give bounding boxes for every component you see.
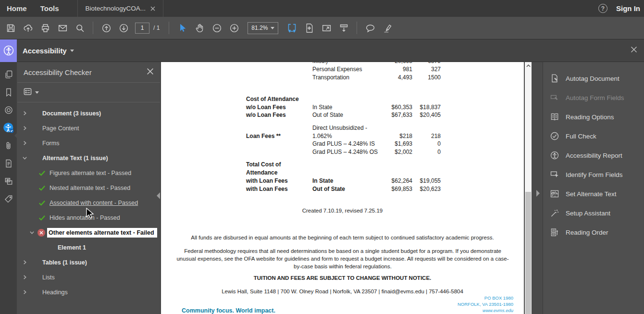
federal-methodology-paragraph: Federal methodology requires that all ne… <box>174 247 511 270</box>
save-icon[interactable] <box>2 20 19 36</box>
zoom-out-icon[interactable] <box>208 20 225 36</box>
table-row: Grad PLUS – 4.248% OS $2,002 0 <box>161 148 524 156</box>
tags-icon[interactable] <box>2 192 15 206</box>
evms-address-block: PO BOX 1980 NORFOLK, VA 23501-1980 www.e… <box>458 295 513 314</box>
tab-close-icon[interactable] <box>150 4 155 13</box>
zoom-level-value: 81.2% <box>251 25 268 31</box>
tree-item-document[interactable]: Document (3 issues) <box>17 106 161 121</box>
chevron-down-icon[interactable] <box>35 91 39 94</box>
main-area: Accessibility Checker Document (3 issues… <box>0 62 644 314</box>
mouse-cursor <box>86 208 94 219</box>
pdf-page[interactable]: Misc.) 20,698 6879 Personal Expenses 981… <box>161 62 524 314</box>
page-number-input[interactable]: 1 <box>135 23 149 34</box>
tools-tab[interactable]: Tools <box>34 4 66 13</box>
tree-item-alternate-text[interactable]: Alternate Text (1 issue) <box>17 151 161 165</box>
fit-width-icon[interactable] <box>283 20 300 36</box>
navigation-pane-strip <box>0 62 17 314</box>
scrolling-mode-icon[interactable] <box>335 20 352 36</box>
chevron-right-icon[interactable] <box>22 126 27 131</box>
chevron-right-icon[interactable] <box>22 289 27 295</box>
chevron-right-icon[interactable] <box>22 275 27 280</box>
autotag-form-fields-button: Autotag Form Fields <box>543 88 644 107</box>
tree-item-page-content[interactable]: Page Content <box>17 121 161 136</box>
accessibility-bar-close-icon[interactable] <box>631 46 637 55</box>
select-cursor-icon[interactable] <box>173 20 191 36</box>
website-line: www.evms.edu <box>458 307 513 314</box>
scroll-up-icon[interactable] <box>525 62 532 69</box>
order-icon[interactable] <box>2 175 15 188</box>
hand-tool-icon[interactable] <box>191 20 208 36</box>
home-tab[interactable]: Home <box>0 4 34 13</box>
chevron-down-icon <box>271 27 274 29</box>
identify-form-fields-button[interactable]: Identify Form Fields <box>543 165 644 184</box>
acrobat-window: Home Tools BiotechnologyCOA... ? Sign In <box>0 0 644 314</box>
table-row: Personal Expenses 981 327 <box>161 65 524 73</box>
fullscreen-icon[interactable] <box>318 20 335 36</box>
sign-in-button[interactable]: Sign In <box>616 4 640 13</box>
set-alternate-text-button[interactable]: Set Alternate Text <box>543 184 644 203</box>
bookmarks-icon[interactable] <box>2 86 15 99</box>
accessibility-tool-bar: Accessibility <box>0 39 644 62</box>
autotag-document-button[interactable]: Autotag Document <box>543 69 644 88</box>
accessibility-report-button[interactable]: Accessibility Report <box>543 146 644 165</box>
table-row: with Loan Fees Out of State $69,853 $20,… <box>161 185 524 193</box>
page-up-icon[interactable] <box>98 20 115 36</box>
print-icon[interactable] <box>37 20 54 36</box>
checker-options-icon[interactable] <box>23 87 32 98</box>
fit-page-icon[interactable] <box>300 20 318 36</box>
tree-item-tables[interactable]: Tables (1 issue) <box>17 255 161 270</box>
setup-assistant-button[interactable]: Setup Assistant <box>543 203 644 223</box>
help-icon[interactable]: ? <box>598 4 607 13</box>
table-row: Attendance <box>161 169 524 176</box>
vertical-scrollbar[interactable] <box>525 62 532 314</box>
chevron-right-icon[interactable] <box>22 260 27 265</box>
tuition-notice: TUITION AND FEES ARE SUBJECT TO CHANGE W… <box>161 275 524 281</box>
checker-panel-title: Accessibility Checker <box>24 68 92 76</box>
tree-item-forms[interactable]: Forms <box>17 136 161 151</box>
tree-item-figures-alt-text[interactable]: Figures alternate text - Passed <box>17 165 161 180</box>
comment-icon[interactable] <box>361 20 379 36</box>
tree-item-other-elements-failed[interactable]: Other elements alternate text - Failed <box>17 225 161 240</box>
accessibility-bar-title[interactable]: Accessibility <box>23 47 67 55</box>
zoom-in-icon[interactable] <box>225 20 243 36</box>
title-bar: Home Tools BiotechnologyCOA... ? Sign In <box>0 0 644 17</box>
zoom-level-dropdown[interactable]: 81.2% <box>248 22 278 34</box>
accessibility-pane-icon[interactable] <box>2 121 15 135</box>
accessibility-tools-panel: Autotag Document Autotag Form Fields Rea… <box>543 62 644 314</box>
document-tab-label: BiotechnologyCOA... <box>86 5 146 12</box>
table-row: w/o Loan Fees In State $60,353 $18,837 <box>161 103 524 111</box>
chevron-right-icon[interactable] <box>22 140 27 146</box>
attachments-icon[interactable] <box>2 139 15 152</box>
page-down-icon[interactable] <box>115 20 132 36</box>
email-icon[interactable] <box>54 20 71 36</box>
search-icon[interactable] <box>71 20 88 36</box>
page-total-label: / 1 <box>153 25 160 31</box>
chevron-down-icon[interactable] <box>22 155 27 161</box>
check-passed-icon <box>38 214 46 221</box>
content-icon[interactable] <box>2 157 15 170</box>
table-row: Direct Unsubsidized - <box>161 124 524 132</box>
share-upload-icon[interactable] <box>19 20 37 36</box>
full-check-button[interactable]: Full Check <box>543 126 644 146</box>
collapse-right-pane-icon[interactable] <box>536 190 540 197</box>
city-line: NORFOLK, VA 23501-1980 <box>458 301 513 307</box>
highlight-icon[interactable] <box>379 20 396 36</box>
tree-item-nested-alt-text[interactable]: Nested alternate text - Passed <box>17 180 161 195</box>
chevron-down-icon[interactable] <box>29 230 35 236</box>
tree-item-element-1[interactable]: Element 1 <box>17 240 161 255</box>
destinations-icon[interactable] <box>2 103 15 117</box>
tree-item-headings[interactable]: Headings <box>17 285 161 300</box>
document-tab[interactable]: BiotechnologyCOA... <box>77 0 163 17</box>
document-view: Misc.) 20,698 6879 Personal Expenses 981… <box>161 62 543 314</box>
main-toolbar: 1 / 1 81.2% <box>0 17 644 39</box>
tree-item-lists[interactable]: Lists <box>17 270 161 285</box>
chevron-down-icon[interactable] <box>70 50 74 52</box>
address-line: Lewis Hall, Suite 1148 | 700 W. Olney Ro… <box>161 289 524 294</box>
scrollbar-thumb[interactable] <box>525 192 531 314</box>
chevron-right-icon[interactable] <box>22 111 27 116</box>
reading-options-button[interactable]: Reading Options <box>543 107 644 126</box>
collapse-left-pane-icon[interactable] <box>157 192 160 199</box>
page-thumbnails-icon[interactable] <box>2 68 15 81</box>
checker-panel-close-icon[interactable] <box>147 68 154 77</box>
reading-order-button[interactable]: Reading Order <box>543 223 644 242</box>
